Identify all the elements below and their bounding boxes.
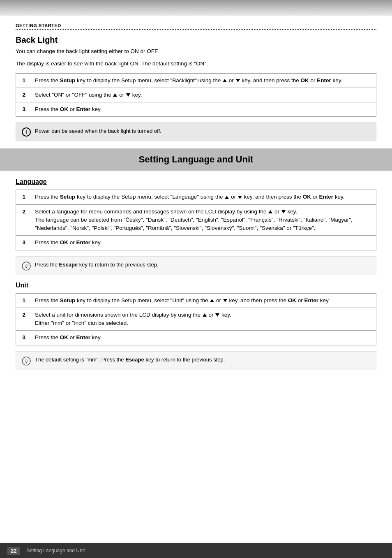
triangle-down-icon bbox=[223, 299, 227, 302]
language-step-2: 2 Select a language for menu commands an… bbox=[16, 204, 376, 236]
unit-step-3: 3 Press the OK or Enter key. bbox=[16, 331, 376, 345]
triangle-down-icon bbox=[281, 210, 286, 213]
triangle-up-icon bbox=[225, 196, 229, 199]
backlight-step-1: 1 Press the Setup key to display the Set… bbox=[16, 73, 376, 88]
language-subsection-title: Language bbox=[16, 178, 376, 185]
unit-step-1: 1 Press the Setup key to display the Set… bbox=[16, 293, 376, 308]
unit-step-2: 2 Select a unit for dimensions shown on … bbox=[16, 308, 376, 331]
svg-point-0 bbox=[22, 262, 30, 270]
unit-step-num-1: 1 bbox=[16, 293, 29, 308]
lang-step-content-3: Press the OK or Enter key. bbox=[29, 236, 376, 250]
section-label: GETTING STARTED bbox=[16, 23, 376, 28]
backlight-steps-table: 1 Press the Setup key to display the Set… bbox=[16, 73, 376, 117]
lang-step-content-1: Press the Setup key to display the Setup… bbox=[29, 190, 376, 204]
triangle-down-icon bbox=[238, 196, 242, 199]
step-num-1: 1 bbox=[16, 73, 29, 88]
language-note-text: Press the Escape key to return to the pr… bbox=[35, 261, 159, 269]
backlight-section: Back Light You can change the back light… bbox=[16, 35, 376, 141]
unit-note-text: The default setting is "mm". Press the E… bbox=[35, 356, 225, 364]
unit-step-num-3: 3 bbox=[16, 331, 29, 345]
svg-point-3 bbox=[22, 357, 30, 365]
backlight-note: Power can be saved when the back light i… bbox=[16, 123, 376, 141]
unit-subsection-title: Unit bbox=[16, 282, 376, 289]
unit-section: Unit 1 Press the Setup key to display th… bbox=[16, 282, 376, 370]
triangle-up-icon bbox=[223, 79, 227, 82]
unit-step-content-2: Select a unit for dimensions shown on th… bbox=[29, 308, 376, 331]
unit-step-content-3: Press the OK or Enter key. bbox=[29, 331, 376, 345]
unit-note: The default setting is "mm". Press the E… bbox=[16, 351, 376, 370]
triangle-down-icon bbox=[236, 79, 240, 82]
page-footer: 22 Setting Language and Unit bbox=[0, 543, 392, 558]
step-content-2: Select "ON" or "OFF" using the or key. bbox=[29, 88, 376, 102]
backlight-intro2: The display is easier to see with the ba… bbox=[16, 60, 376, 68]
step-content-1: Press the Setup key to display the Setup… bbox=[29, 73, 376, 88]
lang-step-content-2: Select a language for menu commands and … bbox=[29, 204, 376, 236]
bulb-icon bbox=[22, 357, 31, 366]
page-header bbox=[0, 0, 392, 16]
language-section: Language 1 Press the Setup key to displa… bbox=[16, 178, 376, 275]
backlight-title: Back Light bbox=[16, 35, 376, 45]
grey-section-header: Setting Language and Unit bbox=[0, 148, 392, 171]
language-step-1: 1 Press the Setup key to display the Set… bbox=[16, 190, 376, 204]
bulb-icon bbox=[22, 262, 31, 271]
setting-language-unit-title: Setting Language and Unit bbox=[0, 154, 392, 165]
dotted-rule bbox=[16, 29, 376, 30]
step-num-2: 2 bbox=[16, 88, 29, 102]
language-steps-table: 1 Press the Setup key to display the Set… bbox=[16, 190, 376, 250]
triangle-up-icon bbox=[113, 93, 117, 97]
page-number: 22 bbox=[7, 547, 20, 555]
triangle-up-icon bbox=[210, 299, 214, 302]
triangle-down-icon bbox=[215, 313, 219, 317]
language-step-3: 3 Press the OK or Enter key. bbox=[16, 236, 376, 250]
backlight-step-2: 2 Select "ON" or "OFF" using the or key. bbox=[16, 88, 376, 102]
step-num-3: 3 bbox=[16, 102, 29, 117]
backlight-step-3: 3 Press the OK or Enter key. bbox=[16, 102, 376, 117]
backlight-note-text: Power can be saved when the back light i… bbox=[35, 127, 161, 135]
exclamation-icon bbox=[22, 127, 31, 137]
unit-steps-table: 1 Press the Setup key to display the Set… bbox=[16, 293, 376, 345]
unit-step-num-2: 2 bbox=[16, 308, 29, 331]
footer-label: Setting Language and Unit bbox=[26, 548, 85, 553]
language-note: Press the Escape key to return to the pr… bbox=[16, 256, 376, 275]
lang-step-num-3: 3 bbox=[16, 236, 29, 250]
triangle-up-icon bbox=[203, 313, 207, 317]
lang-step-num-1: 1 bbox=[16, 190, 29, 204]
backlight-intro1: You can change the back light setting ei… bbox=[16, 47, 376, 56]
unit-step-content-1: Press the Setup key to display the Setup… bbox=[29, 293, 376, 308]
triangle-up-icon bbox=[268, 210, 272, 213]
step-content-3: Press the OK or Enter key. bbox=[29, 102, 376, 117]
triangle-down-icon bbox=[126, 93, 130, 97]
lang-step-num-2: 2 bbox=[16, 204, 29, 236]
